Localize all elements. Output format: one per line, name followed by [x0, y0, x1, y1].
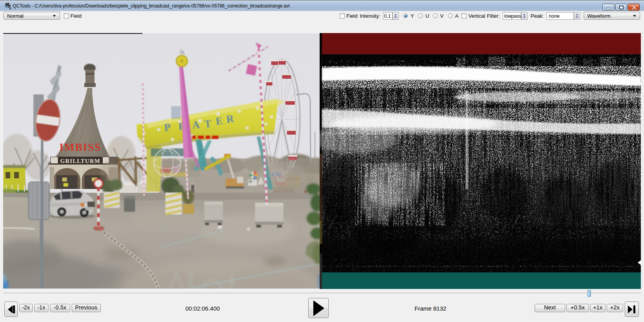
- svg-text:P: P: [164, 121, 171, 133]
- svg-text:IMBISS: IMBISS: [59, 141, 102, 153]
- svg-text:GRILLTURM: GRILLTURM: [60, 158, 100, 164]
- svg-text:T: T: [204, 117, 212, 130]
- svg-text:E: E: [215, 115, 223, 127]
